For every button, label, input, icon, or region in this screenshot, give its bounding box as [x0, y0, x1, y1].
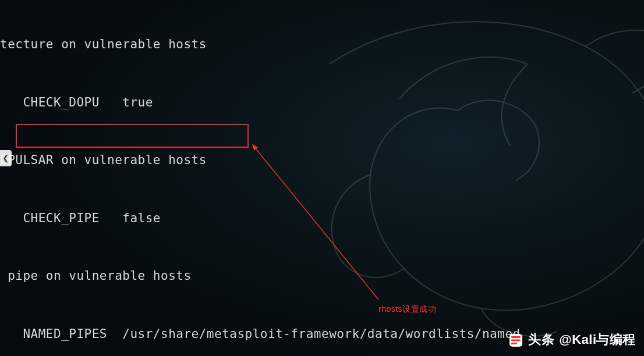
watermark-handle: @Kali与编程 [559, 330, 636, 350]
prev-image-button[interactable]: ❮ [0, 150, 12, 166]
terminal-line: NAMED_PIPES /usr/share/metasploit-framew… [0, 325, 521, 344]
toutiao-logo-icon [508, 333, 523, 348]
chevron-left-icon: ❮ [2, 150, 9, 166]
terminal-output: tecture on vulnerable hosts CHECK_DOPU t… [0, 0, 521, 356]
terminal-line: pipe on vulnerable hosts [0, 266, 521, 286]
svg-rect-4 [511, 343, 517, 344]
terminal-line: CHECK_DOPU true [0, 93, 521, 112]
svg-rect-3 [511, 339, 521, 341]
svg-rect-2 [511, 336, 521, 338]
watermark: 头条 @Kali与编程 [508, 330, 636, 350]
watermark-prefix: 头条 [528, 330, 554, 350]
annotation-label: rhosts设置成功 [378, 302, 436, 315]
terminal-line: EPULSAR on vulnerable hosts [0, 151, 521, 170]
terminal-line: tecture on vulnerable hosts [0, 35, 521, 54]
terminal-line: CHECK_PIPE false [0, 209, 521, 228]
